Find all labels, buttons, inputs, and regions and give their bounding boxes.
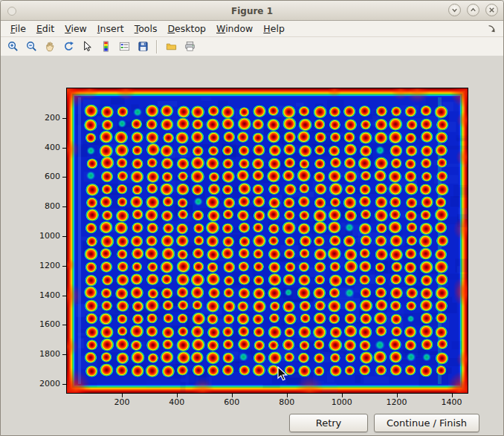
window-menu-icon[interactable]	[7, 7, 16, 16]
y-tick-mark	[62, 384, 66, 385]
pan-button[interactable]	[42, 39, 58, 55]
x-tick-mark	[122, 394, 123, 397]
x-tick-label: 600	[216, 397, 248, 408]
zoom-out-icon	[25, 40, 38, 53]
x-tick-label: 800	[271, 397, 303, 408]
x-tick-label: 1400	[436, 397, 468, 408]
plot-box	[66, 88, 468, 394]
window-title: Figure 1	[231, 6, 273, 16]
x-tick-mark	[287, 394, 288, 397]
close-button[interactable]	[485, 4, 498, 16]
x-tick-mark	[177, 394, 178, 397]
figure-window: Figure 1 File Edit View Insert	[0, 0, 504, 436]
zoom-in-button[interactable]	[4, 39, 21, 55]
figure-canvas-area: Retry Continue / Finish 2004006008001000…	[1, 56, 503, 435]
y-tick-label: 800	[22, 201, 60, 212]
y-tick-label: 1800	[22, 349, 60, 359]
print-icon	[184, 40, 196, 53]
y-tick-label: 1400	[22, 290, 60, 301]
y-tick-mark	[62, 236, 66, 237]
maximize-button[interactable]	[467, 4, 479, 16]
retry-button[interactable]: Retry	[289, 414, 368, 432]
menu-desktop[interactable]: Desktop	[162, 22, 211, 36]
figure-toolbar	[1, 37, 503, 56]
dock-figure-icon[interactable]	[484, 21, 499, 36]
y-tick-label: 400	[22, 143, 60, 153]
chevron-down-icon	[450, 6, 459, 14]
open-button[interactable]	[163, 39, 179, 55]
x-tick-mark	[342, 394, 343, 397]
x-tick-mark	[452, 394, 453, 397]
x-tick-label: 1000	[326, 397, 358, 408]
x-tick-label: 200	[106, 397, 138, 408]
y-tick-mark	[62, 206, 66, 207]
menubar: File Edit View Insert Tools Desktop Wind…	[1, 21, 503, 37]
y-tick-mark	[62, 325, 66, 325]
y-tick-mark	[62, 177, 66, 178]
menu-file[interactable]: File	[5, 22, 31, 36]
data-cursor-icon	[81, 40, 94, 53]
legend-button[interactable]	[116, 39, 132, 55]
save-button[interactable]	[135, 39, 151, 55]
colorbar-icon	[100, 40, 112, 53]
y-tick-mark	[62, 118, 66, 119]
y-tick-mark	[62, 296, 66, 296]
data-cursor-button[interactable]	[79, 39, 95, 55]
menu-edit[interactable]: Edit	[31, 22, 59, 36]
minimize-button[interactable]	[448, 4, 461, 16]
legend-icon	[118, 40, 131, 53]
x-tick-label: 1200	[381, 397, 413, 408]
x-tick-mark	[232, 394, 233, 397]
y-tick-label: 2000	[22, 379, 60, 389]
titlebar[interactable]: Figure 1	[1, 1, 503, 21]
microarray-heatmap-image[interactable]	[67, 88, 468, 393]
y-tick-label: 200	[22, 113, 60, 123]
x-tick-label: 400	[161, 397, 193, 408]
pan-hand-icon	[44, 40, 56, 53]
x-tick-mark	[397, 394, 398, 397]
continue-finish-button[interactable]: Continue / Finish	[374, 414, 479, 432]
zoom-in-icon	[7, 40, 19, 53]
y-tick-label: 600	[22, 172, 60, 182]
y-tick-mark	[62, 266, 66, 267]
y-tick-label: 1600	[22, 319, 60, 330]
menu-help[interactable]: Help	[258, 22, 290, 36]
save-icon	[137, 40, 149, 53]
y-tick-label: 1000	[22, 231, 60, 241]
print-button[interactable]	[181, 39, 198, 55]
open-folder-icon	[165, 40, 178, 53]
y-tick-mark	[62, 148, 66, 149]
menu-tools[interactable]: Tools	[129, 22, 163, 36]
y-tick-label: 1200	[22, 261, 60, 271]
menu-view[interactable]: View	[59, 22, 92, 36]
window-controls	[448, 4, 498, 16]
rotate-3d-icon	[62, 40, 75, 53]
colorbar-button[interactable]	[97, 39, 114, 55]
chevron-up-icon	[469, 6, 477, 14]
rotate-3d-button[interactable]	[60, 39, 77, 55]
zoom-out-button[interactable]	[23, 39, 39, 55]
toolbar-separator	[156, 40, 158, 53]
menu-insert[interactable]: Insert	[92, 22, 129, 36]
y-tick-mark	[62, 354, 66, 355]
menu-window[interactable]: Window	[211, 22, 258, 36]
close-icon	[488, 6, 496, 14]
